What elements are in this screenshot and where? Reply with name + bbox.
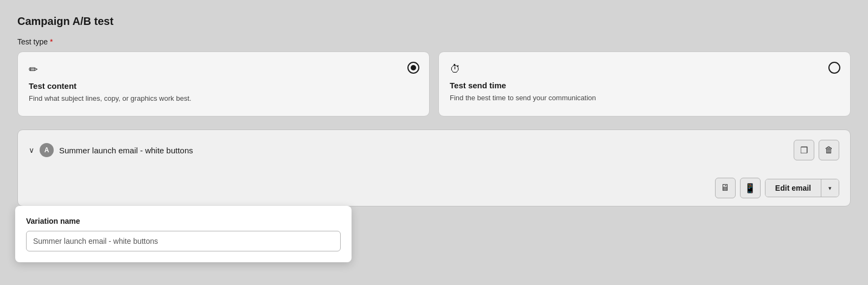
required-indicator: * — [50, 37, 53, 46]
edit-email-dropdown-button[interactable]: ▾ — [821, 179, 839, 197]
mobile-icon: 📱 — [744, 183, 756, 194]
pencil-icon: ✏ — [29, 63, 416, 76]
desktop-preview-button[interactable]: 🖥 — [715, 178, 736, 198]
dropdown-arrow-icon: ▾ — [828, 185, 832, 192]
variation-name-popup-label: Variation name — [26, 217, 341, 225]
delete-variation-button[interactable]: 🗑 — [819, 140, 839, 160]
test-type-label: Test type * — [17, 37, 851, 46]
test-content-card[interactable]: ✏ Test content Find what subject lines, … — [17, 51, 430, 116]
test-send-time-radio[interactable] — [828, 62, 840, 74]
test-send-time-description: Find the best time to send your communic… — [450, 93, 837, 103]
edit-email-group: Edit email ▾ — [765, 179, 839, 197]
copy-icon: ❐ — [800, 145, 808, 156]
edit-email-button[interactable]: Edit email — [765, 179, 821, 197]
trash-icon: 🗑 — [825, 145, 833, 155]
copy-variation-button[interactable]: ❐ — [794, 140, 814, 160]
variation-header: ∨ A Summer launch email - white buttons … — [18, 130, 850, 170]
desktop-icon: 🖥 — [720, 183, 730, 193]
variation-footer: 🖥 📱 Edit email ▾ — [18, 170, 850, 206]
test-content-description: Find what subject lines, copy, or graphi… — [29, 94, 416, 103]
variation-section: ∨ A Summer launch email - white buttons … — [17, 129, 851, 206]
variation-name: Summer launch email - white buttons — [59, 146, 788, 155]
test-send-time-title: Test send time — [450, 81, 837, 90]
test-send-time-card[interactable]: ⏱ Test send time Find the best time to s… — [438, 51, 851, 116]
test-content-radio[interactable] — [407, 62, 419, 74]
test-type-card-group: ✏ Test content Find what subject lines, … — [17, 51, 851, 116]
test-type-text: Test type — [17, 37, 48, 46]
chevron-down-icon[interactable]: ∨ — [29, 146, 34, 154]
variation-actions: ❐ 🗑 — [794, 140, 839, 160]
variation-name-popup: Variation name — [15, 206, 352, 262]
variation-badge: A — [40, 143, 54, 157]
mobile-preview-button[interactable]: 📱 — [740, 178, 761, 198]
clock-icon: ⏱ — [450, 63, 837, 75]
test-content-title: Test content — [29, 81, 416, 90]
variation-name-input[interactable] — [26, 231, 341, 251]
page-title: Campaign A/B test — [17, 15, 851, 28]
